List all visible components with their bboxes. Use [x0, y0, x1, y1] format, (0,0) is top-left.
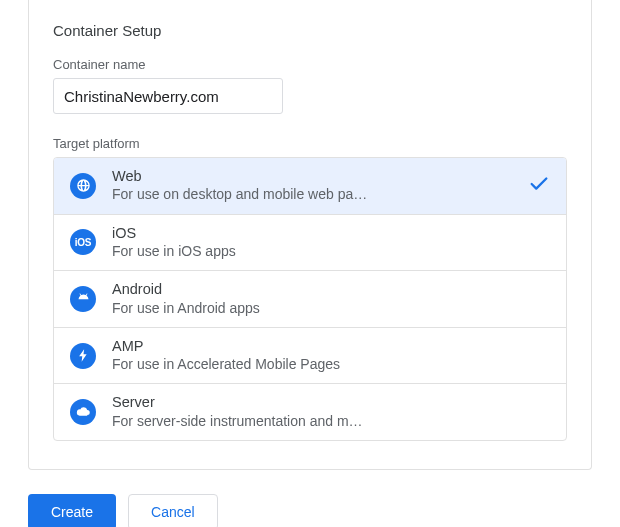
- platform-desc: For server-side instrumentation and m…: [112, 412, 550, 430]
- cancel-button[interactable]: Cancel: [128, 494, 218, 527]
- section-title: Container Setup: [53, 22, 567, 39]
- container-name-label: Container name: [53, 57, 567, 72]
- platform-option-web[interactable]: Web For use on desktop and mobile web pa…: [54, 158, 566, 215]
- platform-desc: For use on desktop and mobile web pa…: [112, 185, 516, 203]
- platform-text: Web For use on desktop and mobile web pa…: [112, 168, 516, 204]
- footer-actions: Create Cancel: [28, 494, 620, 527]
- platform-option-ios[interactable]: iOS iOS For use in iOS apps: [54, 215, 566, 272]
- create-button[interactable]: Create: [28, 494, 116, 527]
- platform-desc: For use in Android apps: [112, 299, 550, 317]
- cloud-icon: [70, 399, 96, 425]
- platform-option-amp[interactable]: AMP For use in Accelerated Mobile Pages: [54, 328, 566, 385]
- platform-name: iOS: [112, 225, 550, 242]
- container-name-input[interactable]: [53, 78, 283, 114]
- check-icon: [528, 173, 550, 198]
- platform-name: Server: [112, 394, 550, 411]
- platform-text: Android For use in Android apps: [112, 281, 550, 317]
- platform-option-server[interactable]: Server For server-side instrumentation a…: [54, 384, 566, 440]
- android-icon: [70, 286, 96, 312]
- bolt-icon: [70, 343, 96, 369]
- target-platform-label: Target platform: [53, 136, 567, 151]
- platform-option-android[interactable]: Android For use in Android apps: [54, 271, 566, 328]
- platform-desc: For use in Accelerated Mobile Pages: [112, 355, 550, 373]
- platform-text: iOS For use in iOS apps: [112, 225, 550, 261]
- platform-name: AMP: [112, 338, 550, 355]
- platform-desc: For use in iOS apps: [112, 242, 550, 260]
- platform-name: Web: [112, 168, 516, 185]
- platform-name: Android: [112, 281, 550, 298]
- container-setup-card: Container Setup Container name Target pl…: [28, 0, 592, 470]
- ios-icon: iOS: [70, 229, 96, 255]
- platform-text: Server For server-side instrumentation a…: [112, 394, 550, 430]
- target-platform-list: Web For use on desktop and mobile web pa…: [53, 157, 567, 441]
- globe-icon: [70, 173, 96, 199]
- platform-text: AMP For use in Accelerated Mobile Pages: [112, 338, 550, 374]
